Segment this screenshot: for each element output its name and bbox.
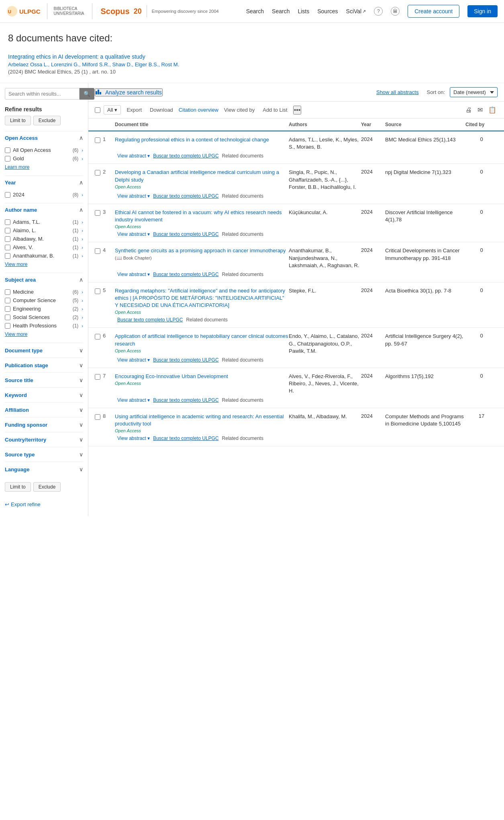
sort-select[interactable]: Date (newest) Date (oldest) Cited by Rel… (450, 87, 498, 97)
view-abstract-button[interactable]: View abstract ▾ (117, 357, 150, 363)
select-all-checkbox[interactable] (95, 107, 100, 113)
help-icon[interactable]: ? (374, 7, 383, 16)
print-button[interactable]: 🖨 (464, 105, 473, 115)
buscar-texto-link[interactable]: Buscar texto completo ULPGC (153, 436, 218, 441)
related-docs-button[interactable]: Related documents (222, 397, 263, 403)
export-refine-link[interactable]: ↩ Export refine (5, 497, 83, 511)
email-button[interactable]: ✉ (476, 105, 484, 115)
checkbox-cs[interactable] (5, 298, 10, 303)
checkbox-health[interactable] (5, 323, 10, 329)
checkbox-social[interactable] (5, 315, 10, 320)
buscar-texto-link[interactable]: Buscar texto completo ULPGC (153, 231, 218, 237)
view-abstract-button[interactable]: View abstract ▾ (117, 231, 150, 237)
collapsed-filter-affiliation[interactable]: Affiliation (5, 402, 83, 417)
create-account-button[interactable]: Create account (408, 5, 459, 18)
nav-lists[interactable]: Lists (298, 8, 309, 14)
related-docs-button[interactable]: Related documents (222, 436, 263, 441)
doc-checkbox[interactable] (95, 288, 100, 294)
related-docs-button[interactable]: Related documents (222, 193, 263, 199)
related-docs-button[interactable]: Related documents (222, 153, 263, 159)
doc-checkbox[interactable] (95, 210, 100, 216)
doc-checkbox[interactable] (95, 334, 100, 339)
doc-title-link[interactable]: Application of artificial intelligence t… (115, 333, 288, 346)
nav-search-label[interactable]: Search (272, 8, 290, 14)
doc-title-link[interactable]: Regulating professional ethics in a cont… (115, 137, 269, 143)
checkbox-albadawy[interactable] (5, 236, 10, 242)
checkbox-ananthakumar[interactable] (5, 253, 10, 259)
doc-title-link[interactable]: Encouraging Eco-Innovative Urban Develop… (115, 373, 228, 379)
related-docs-button[interactable]: Related documents (222, 231, 263, 237)
arrow-all-open-access[interactable]: › (82, 148, 83, 153)
doc-checkbox[interactable] (95, 170, 100, 176)
arrow-2024[interactable]: › (82, 192, 83, 197)
view-abstract-button[interactable]: View abstract ▾ (117, 153, 150, 159)
buscar-texto-link[interactable]: Buscar texto completo ULPGC (117, 317, 183, 323)
institution-icon[interactable]: 🏛 (391, 7, 400, 16)
doc-title-link[interactable]: Developing a Canadian artificial intelli… (115, 169, 279, 182)
doc-checkbox[interactable] (95, 248, 100, 254)
nav-search[interactable]: Search (246, 8, 264, 14)
doc-title-link[interactable]: Regarding metaphors: "Artificial intelli… (115, 288, 285, 308)
checkbox-alves[interactable] (5, 245, 10, 250)
view-abstract-button[interactable]: View abstract ▾ (117, 193, 150, 199)
cited-doc-title[interactable]: Integrating ethics in AI development: a … (8, 53, 145, 60)
exclude-button[interactable]: Exclude (33, 116, 61, 125)
buscar-texto-link[interactable]: Buscar texto completo ULPGC (153, 153, 218, 159)
citation-overview-button[interactable]: Citation overview (179, 107, 218, 113)
doc-checkbox[interactable] (95, 137, 100, 143)
show-all-abstracts-link[interactable]: Show all abstracts (376, 89, 419, 95)
doc-checkbox[interactable] (95, 374, 100, 380)
buscar-texto-link[interactable]: Buscar texto completo ULPGC (153, 397, 218, 403)
collapsed-filter-country[interactable]: Country/territory (5, 432, 83, 447)
collapsed-filter-sourcetitle[interactable]: Source title (5, 372, 83, 387)
buscar-texto-link[interactable]: Buscar texto completo ULPGC (153, 357, 218, 363)
download-button[interactable]: Download (147, 106, 175, 114)
add-to-list-button[interactable]: Add to List (260, 106, 290, 114)
doc-title-link[interactable]: Ethical AI cannot be fostered in a vacuu… (115, 209, 282, 223)
limit-to-bottom-button[interactable]: Limit to (5, 482, 31, 492)
search-within-input[interactable] (5, 88, 80, 100)
analyze-search-button[interactable]: Analyze search results (95, 88, 163, 96)
collapsed-filter-pubstage[interactable]: Publication stage (5, 358, 83, 372)
learn-more-link[interactable]: Learn more (5, 163, 83, 172)
buscar-texto-link[interactable]: Buscar texto completo ULPGC (153, 193, 218, 199)
collapsed-filter-funding[interactable]: Funding sponsor (5, 417, 83, 432)
doc-checkbox[interactable] (95, 414, 100, 420)
arrow-gold[interactable]: › (82, 156, 83, 161)
doc-title-link[interactable]: Synthetic gene circuits as a promising a… (115, 247, 286, 254)
more-options-button[interactable]: ••• (293, 106, 302, 115)
checkbox-engineering[interactable] (5, 306, 10, 312)
checkbox-all-open-access[interactable] (5, 147, 10, 153)
collapsed-filter-keyword[interactable]: Keyword (5, 387, 83, 402)
save-button[interactable]: 📋 (487, 105, 498, 115)
nav-sources[interactable]: Sources (317, 8, 338, 14)
related-docs-button[interactable]: Related documents (222, 272, 263, 277)
filter-subject-header[interactable]: Subject area (5, 273, 83, 286)
all-dropdown-button[interactable]: All ▾ (104, 105, 121, 115)
checkbox-alaimo[interactable] (5, 228, 10, 233)
related-docs-button[interactable]: Related documents (186, 317, 227, 323)
checkbox-adams[interactable] (5, 219, 10, 225)
collapsed-filter-sourcetype[interactable]: Source type (5, 447, 83, 462)
view-abstract-button[interactable]: View abstract ▾ (117, 436, 150, 441)
view-more-subjects[interactable]: View more (5, 330, 83, 339)
sign-in-button[interactable]: Sign in (467, 5, 498, 17)
view-cited-by-button[interactable]: View cited by (222, 106, 257, 114)
buscar-texto-link[interactable]: Buscar texto completo ULPGC (153, 272, 218, 277)
view-more-authors[interactable]: View more (5, 260, 83, 269)
collapsed-filter-language[interactable]: Language (5, 462, 83, 476)
checkbox-gold[interactable] (5, 156, 10, 162)
limit-to-button[interactable]: Limit to (5, 116, 31, 125)
view-abstract-button[interactable]: View abstract ▾ (117, 397, 150, 403)
checkbox-medicine[interactable] (5, 289, 10, 295)
filter-open-access-header[interactable]: Open Access (5, 131, 83, 144)
export-button[interactable]: Export (124, 106, 144, 114)
filter-year-header[interactable]: Year (5, 176, 83, 189)
view-abstract-button[interactable]: View abstract ▾ (117, 272, 150, 277)
filter-author-header[interactable]: Author name (5, 203, 83, 216)
checkbox-2024[interactable] (5, 192, 10, 198)
doc-title-link[interactable]: Using artificial intelligence in academi… (115, 413, 284, 427)
related-docs-button[interactable]: Related documents (222, 357, 263, 363)
exclude-bottom-button[interactable]: Exclude (33, 482, 61, 492)
collapsed-filter-doctype[interactable]: Document type (5, 343, 83, 358)
